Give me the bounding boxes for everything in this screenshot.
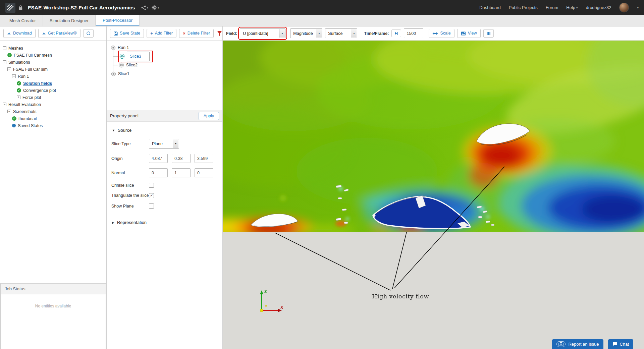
collapse-toggle-icon[interactable]: − <box>3 46 6 50</box>
plus-icon: + <box>150 31 153 36</box>
save-state-button[interactable]: Save State <box>110 29 144 38</box>
collapse-toggle-icon[interactable]: − <box>3 103 6 106</box>
play-step-icon <box>394 32 398 35</box>
scale-button[interactable]: Scale <box>429 29 454 38</box>
pipeline-tree: Run 1 Slice3 Slice2 Slice1 <box>107 41 222 110</box>
show-plane-row: Show Plane <box>111 203 222 209</box>
sidebar-item-result-evaluation[interactable]: − Result Evaluation <box>2 101 106 108</box>
select-arrow-icon: ▼ <box>279 29 285 38</box>
expand-triangle-icon: ▶ <box>112 221 114 224</box>
nav-public-projects[interactable]: Public Projects <box>509 5 538 10</box>
share-icon <box>141 5 146 10</box>
sidebar-item-solution-fields[interactable]: ✓ Solution fields <box>2 80 106 87</box>
camera-icon <box>556 341 566 347</box>
expand-toggle-icon[interactable]: + <box>17 96 20 99</box>
nav-forum[interactable]: Forum <box>546 5 558 10</box>
image-icon <box>461 32 466 36</box>
source-section-header[interactable]: ▼ Source <box>112 128 222 133</box>
cfd-canvas[interactable]: High velocity flow Z X Y <box>223 41 644 349</box>
add-filter-button[interactable]: + Add Filter <box>147 29 176 38</box>
apply-button[interactable]: Apply <box>199 112 219 120</box>
component-select[interactable]: Magnitude ▼ <box>290 28 322 38</box>
download-icon <box>42 32 46 36</box>
triangulate-checkbox[interactable]: ✓ <box>149 193 154 198</box>
origin-row: Origin <box>111 154 222 163</box>
pipeline-item-slice1[interactable]: Slice1 <box>107 69 222 78</box>
view-button[interactable]: View <box>457 29 481 38</box>
collapse-toggle-icon[interactable]: − <box>7 110 11 113</box>
share-button[interactable]: ▾ <box>141 5 149 10</box>
field-select[interactable]: U [point-data] ▼ <box>240 28 285 38</box>
chat-button[interactable]: Chat <box>608 339 633 349</box>
representation-select[interactable]: Surface ▼ <box>325 28 357 38</box>
avatar[interactable] <box>619 3 629 12</box>
sidebar-item-run1[interactable]: − Run 1 <box>2 73 106 80</box>
report-issue-button[interactable]: Report an issue <box>552 339 603 349</box>
pipeline-item-slice3[interactable]: Slice3 <box>107 52 222 61</box>
delete-filter-button[interactable]: × Delete Filter <box>179 29 214 38</box>
property-panel-body: ▼ Source Slice Type Plane ▼ Origin Norma… <box>107 122 222 231</box>
get-paraview-button[interactable]: Get ParaView® <box>38 29 80 38</box>
tab-mesh-creator[interactable]: Mesh Creator <box>3 15 43 26</box>
chevron-down-icon: ▾ <box>147 6 149 9</box>
gear-icon <box>152 5 157 10</box>
ground-region <box>223 232 644 349</box>
download-icon <box>7 32 11 36</box>
collapse-toggle-icon[interactable]: − <box>3 60 6 64</box>
username[interactable]: drodriguez32 <box>586 5 611 10</box>
sidebar-item-saved-states[interactable]: Saved States <box>2 122 106 129</box>
display-settings-button[interactable] <box>483 29 494 38</box>
sidebar-item-convergence-plot[interactable]: ✓ Convergence plot <box>2 87 106 94</box>
show-plane-checkbox[interactable] <box>149 203 154 209</box>
origin-x-input[interactable] <box>149 154 168 163</box>
topbar: FSAE-Workshop-S2-Full Car Aerodynamics ▾… <box>0 0 644 15</box>
sidebar-item-meshes[interactable]: − Meshes <box>2 45 106 52</box>
normal-x-input[interactable] <box>149 168 168 177</box>
chevron-down-icon[interactable]: ▾ <box>637 6 639 9</box>
collapse-toggle-icon[interactable]: − <box>7 67 11 71</box>
save-icon <box>114 32 118 36</box>
sidebar-item-simulations[interactable]: − Simulations <box>2 59 106 66</box>
settings-button[interactable]: ▾ <box>152 5 159 10</box>
sidebar-item-screenshots[interactable]: − Screenshots <box>2 108 106 115</box>
collapse-toggle-icon[interactable]: − <box>12 74 16 78</box>
clear-filters-button[interactable] <box>217 31 222 36</box>
sidebar-item-force-plot[interactable]: + Force plot <box>2 94 106 101</box>
refresh-button[interactable] <box>83 29 94 38</box>
app-logo-icon[interactable] <box>5 3 15 13</box>
step-forward-button[interactable] <box>391 30 401 37</box>
red-annotation-box: Slice3 <box>119 51 152 62</box>
cfd-slice-visualization[interactable]: High velocity flow Z X Y <box>223 41 644 349</box>
sidebar-item-thumbnail[interactable]: ✓ thumbnail <box>2 115 106 122</box>
chat-bubble-icon <box>612 342 617 346</box>
lock-icon <box>19 5 22 10</box>
tab-simulation-designer[interactable]: Simulation Designer <box>43 15 96 26</box>
origin-y-input[interactable] <box>172 154 191 163</box>
normal-y-input[interactable] <box>172 168 191 177</box>
sidebar-item-fsae-mesh[interactable]: ✓ FSAE Full Car mesh <box>2 52 106 59</box>
axis-x-label: X <box>280 305 283 310</box>
visibility-eye-icon[interactable] <box>119 54 125 59</box>
time-frame-label: Time/Frame: <box>364 31 389 36</box>
pipeline-item-slice2[interactable]: Slice2 <box>107 61 222 69</box>
check-icon: ✓ <box>17 88 21 93</box>
nav-help[interactable]: Help ▾ <box>566 5 578 10</box>
slice-type-select[interactable]: Plane ▼ <box>149 139 179 149</box>
crinkle-slice-checkbox[interactable] <box>149 183 154 188</box>
main-layout: Download Get ParaView® − Meshes ✓ FSAE F… <box>0 26 644 349</box>
normal-z-input[interactable] <box>195 168 213 177</box>
time-frame-input[interactable] <box>404 28 423 38</box>
tab-post-processor[interactable]: Post-Processor <box>96 15 140 26</box>
representation-section-header[interactable]: ▶ Representation <box>112 220 222 225</box>
pipeline-item-run1[interactable]: Run 1 <box>107 43 222 52</box>
origin-z-input[interactable] <box>195 154 213 163</box>
tabbar: Mesh Creator Simulation Designer Post-Pr… <box>0 15 644 26</box>
visibility-eye-icon[interactable] <box>119 62 124 68</box>
sidebar-toolbar: Download Get ParaView® <box>0 26 106 41</box>
property-panel-title: Property panel <box>110 113 139 118</box>
nav-dashboard[interactable]: Dashboard <box>479 5 501 10</box>
sidebar-item-fsae-sim[interactable]: − FSAE Full Car sim <box>2 66 106 73</box>
job-status-empty-text: No entities available <box>1 294 106 349</box>
download-button[interactable]: Download <box>3 29 36 38</box>
scale-arrows-icon <box>432 32 438 35</box>
